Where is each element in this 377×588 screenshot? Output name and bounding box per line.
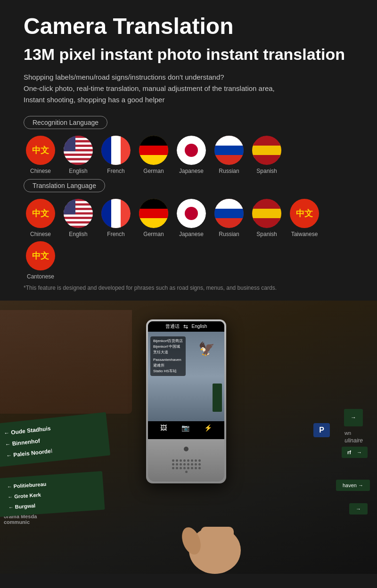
page-subtitle: 13M pixel instant photo instant translat… (24, 45, 353, 64)
flag-label-japanese-t: Japanese (179, 231, 204, 237)
flag-circle-english-t (64, 199, 93, 228)
recognition-flags-row: 中文 Chinese (24, 136, 353, 174)
svg-rect-45 (139, 209, 168, 218)
page-title: Camera Translation (24, 14, 353, 39)
screen-lang-from: 普通话 (165, 323, 180, 330)
taiwanese-text-t: 中文 (296, 208, 313, 219)
right-text: rf (347, 449, 351, 455)
translation-line-2: Bijenkorf 中国城 (153, 344, 183, 350)
translation-line-6: Statio HS车站 (153, 368, 183, 374)
flag-circle-german (139, 136, 168, 165)
svg-rect-53 (252, 206, 281, 209)
flag-label-russian: Russian (219, 168, 239, 174)
flag-circle-chinese: 中文 (26, 136, 55, 165)
translation-overlay: Bijenkorf百货商店 Bijenkorf 中国城 烹饪大道 Passant… (150, 336, 186, 376)
bird-icon: 🦅 (198, 341, 215, 357)
svg-rect-13 (64, 163, 93, 165)
flag-item-german-recognition: German (137, 136, 171, 174)
svg-rect-8 (64, 151, 93, 154)
translation-language-section: Translation Language 中文 Chinese (24, 179, 353, 280)
svg-rect-22 (139, 146, 168, 155)
flag-label-german: German (143, 168, 164, 174)
flash-icon[interactable]: ⚡ (204, 424, 212, 432)
svg-rect-11 (64, 158, 93, 160)
chinese-text-t: 中文 (32, 208, 49, 219)
device-section: ← Oude Stadhuis← Binnenhof← Paleis Noord… (0, 301, 377, 574)
flag-item-spanish-recognition: Spanish (250, 136, 284, 174)
device-dot (184, 447, 188, 451)
svg-rect-26 (214, 136, 244, 146)
flag-item-french-recognition: French (99, 136, 133, 174)
svg-rect-37 (64, 219, 93, 221)
screen-lang-to: English (192, 324, 207, 329)
flag-label-japanese: Japanese (179, 168, 204, 174)
svg-rect-36 (64, 214, 93, 217)
hand-holding (182, 489, 248, 574)
svg-rect-57 (201, 527, 234, 555)
recognition-label: Recognition Language (24, 116, 107, 129)
top-section: Camera Translation 13M pixel instant pho… (0, 0, 377, 301)
flag-item-taiwanese-translation: 中文 Taiwanese (287, 199, 321, 237)
cantonese-text-t: 中文 (32, 250, 49, 261)
right-arrow-1: → (351, 413, 356, 423)
device-screen: 普通话 ⇆ English 🦅 Bijenkorf百货商店 Bijenkorf … (148, 321, 224, 439)
svg-rect-30 (252, 143, 281, 146)
svg-rect-1 (64, 136, 93, 138)
flag-circle-russian (214, 136, 244, 165)
flag-item-chinese-translation: 中文 Chinese (24, 199, 57, 237)
flag-label-russian-t: Russian (219, 231, 239, 237)
translation-line-5: 避难所 (153, 363, 183, 368)
translation-line-4: Passantenhaven (153, 357, 183, 363)
brick-wall (0, 310, 132, 414)
svg-rect-18 (101, 136, 111, 165)
translation-line-3: 烹饪大道 (153, 350, 183, 355)
flag-item-german-translation: German (137, 199, 171, 237)
speaker-grid (170, 459, 203, 474)
flag-label-chinese: Chinese (30, 168, 51, 174)
flag-circle-spanish (252, 136, 281, 165)
svg-rect-39 (64, 199, 75, 214)
svg-rect-38 (64, 223, 93, 226)
svg-point-24 (185, 144, 198, 157)
street-sign-right-2: rf → (342, 447, 368, 458)
svg-rect-31 (252, 155, 281, 158)
camera-icon[interactable]: 📷 (181, 424, 189, 432)
flag-label-chinese-t: Chinese (30, 231, 51, 237)
svg-rect-19 (111, 136, 121, 165)
flag-circle-french-t (101, 199, 131, 228)
page-description: Shopping labels/menu/road signs/instruct… (24, 72, 353, 106)
flag-label-spanish: Spanish (256, 168, 277, 174)
svg-rect-42 (111, 199, 121, 228)
gallery-icon[interactable]: 🖼 (160, 424, 167, 432)
translation-line-1: Bijenkorf百货商店 (153, 338, 183, 344)
flag-item-russian-translation: Russian (212, 199, 246, 237)
screen-bottom-bar: 🖼 📷 ⚡ (148, 421, 224, 434)
flag-label-french-t: French (107, 231, 124, 237)
svg-rect-49 (214, 199, 244, 209)
translation-label: Translation Language (24, 179, 105, 192)
flag-item-english-recognition: English (61, 136, 95, 174)
street-sign-right-1: → (344, 409, 363, 427)
svg-rect-54 (252, 218, 281, 221)
flag-label-english-t: English (69, 231, 87, 237)
parking-sign: P (313, 423, 330, 437)
flag-circle-spanish-t (252, 199, 281, 228)
screen-top-bar: 普通话 ⇆ English (148, 321, 224, 332)
flag-item-english-translation: English (61, 199, 95, 237)
svg-rect-27 (214, 146, 244, 155)
street-sign-right-3: haven → (336, 480, 370, 491)
flag-label-german-t: German (143, 231, 164, 237)
culinaire-text: ulinaire (344, 437, 363, 444)
flag-circle-taiwanese-t: 中文 (290, 199, 319, 228)
flag-circle-russian-t (214, 199, 244, 228)
svg-rect-44 (139, 199, 168, 209)
wn-text: wn (344, 430, 351, 436)
flag-label-taiwanese-t: Taiwanese (291, 231, 318, 237)
disclaimer-text: *This feature is designed and developed … (24, 285, 353, 291)
flag-item-cantonese-translation: 中文 Cantonese (24, 241, 57, 280)
flag-label-french: French (107, 168, 124, 174)
flag-item-russian-recognition: Russian (212, 136, 246, 174)
page-wrapper: Camera Translation 13M pixel instant pho… (0, 0, 377, 574)
svg-rect-9 (64, 154, 93, 156)
svg-rect-41 (101, 199, 111, 228)
